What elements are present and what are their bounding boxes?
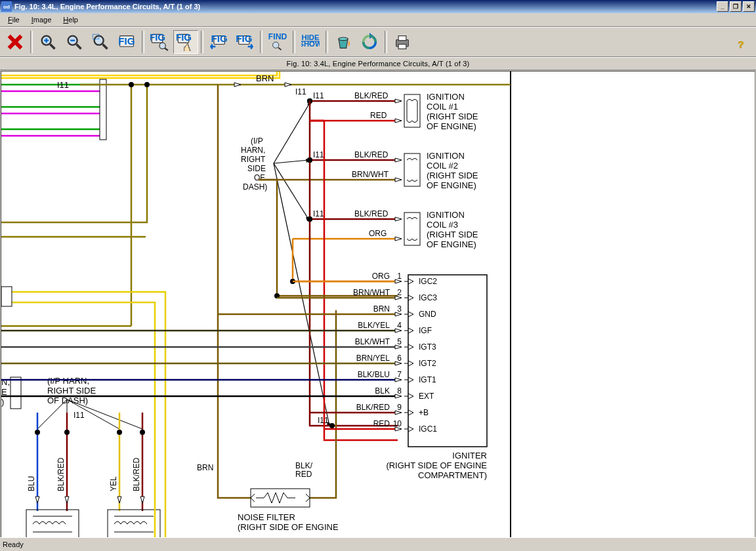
svg-text:BLK/WHT: BLK/WHT (355, 337, 390, 346)
svg-text:FIG: FIG (177, 33, 192, 43)
svg-line-21 (278, 47, 282, 50)
svg-text:FIG: FIG (211, 33, 228, 44)
svg-rect-26 (398, 36, 406, 41)
svg-line-5 (103, 45, 108, 49)
next-fig-button[interactable]: FIG (232, 30, 257, 54)
svg-text:BLK: BLK (375, 386, 390, 396)
svg-text:IGT2: IGT2 (419, 359, 436, 368)
svg-line-3 (77, 45, 81, 49)
svg-point-4 (94, 36, 104, 45)
svg-text:4: 4 (397, 321, 402, 330)
svg-rect-27 (398, 45, 406, 49)
window-title: Fig. 10: 3.4L, Engine Performance Circui… (14, 3, 717, 10)
svg-text:IGC3: IGC3 (419, 293, 437, 302)
svg-text:?: ? (738, 39, 744, 50)
svg-text:6: 6 (397, 354, 402, 363)
svg-line-12 (165, 48, 168, 51)
svg-text:SHOW: SHOW (301, 40, 320, 48)
menu-file[interactable]: File (3, 14, 25, 25)
app-icon: od (1, 1, 12, 12)
svg-text:3: 3 (397, 304, 402, 314)
svg-text:2: 2 (397, 288, 402, 297)
zoom-in-button[interactable] (35, 30, 60, 54)
svg-point-11 (159, 43, 165, 49)
svg-text:RED: RED (373, 419, 390, 428)
menu-help[interactable]: Help (58, 14, 83, 25)
svg-text:BRN/YEL: BRN/YEL (356, 354, 390, 363)
hide-show-button[interactable]: HIDESHOW (298, 30, 323, 54)
svg-text:GND: GND (419, 310, 436, 319)
svg-text:BLK/BLU: BLK/BLU (358, 370, 390, 379)
fig-search-button[interactable]: FIG (147, 30, 172, 54)
zoom-out-button[interactable] (62, 30, 87, 54)
svg-point-24 (339, 37, 348, 41)
status-bar: Ready (0, 537, 756, 551)
svg-text:BRN: BRN (373, 304, 390, 314)
prev-fig-button[interactable]: FIG (206, 30, 231, 54)
title-bar: od Fig. 10: 3.4L, Engine Performance Cir… (0, 0, 756, 13)
svg-text:FIG: FIG (118, 35, 135, 47)
svg-text:IGT1: IGT1 (419, 375, 436, 384)
svg-text:IGF: IGF (419, 326, 432, 335)
menu-image[interactable]: Image (26, 14, 57, 25)
close-x-button[interactable] (3, 30, 28, 54)
find-button[interactable]: FIND (265, 30, 290, 54)
svg-text:FIG: FIG (150, 33, 165, 43)
svg-text:8: 8 (397, 386, 402, 396)
svg-text:FIG: FIG (236, 33, 252, 44)
svg-text:IGC2: IGC2 (419, 277, 437, 286)
svg-text:BLK/YEL: BLK/YEL (358, 321, 390, 330)
diagram-canvas[interactable]: I11 BRN I11 (I/PHARN,RIGHTSIDEOFDASH) I1… (1, 71, 755, 544)
svg-text:EXT: EXT (419, 392, 434, 401)
svg-text:7: 7 (397, 370, 402, 379)
svg-text:5: 5 (397, 337, 402, 346)
fit-fig-button[interactable]: FIG (114, 30, 139, 54)
svg-text:+B: +B (419, 408, 429, 417)
svg-text:IGT3: IGT3 (419, 342, 436, 352)
svg-text:FIND: FIND (268, 33, 287, 41)
menu-bar: File Image Help (0, 13, 756, 27)
svg-text:ORG: ORG (372, 272, 390, 281)
bucket-button[interactable] (331, 30, 356, 54)
maximize-button[interactable]: ❐ (730, 1, 742, 12)
igniter-pins: ORG1IGC2BRN/WHT2IGC3BRN3GNDBLK/YEL4IGFBL… (1, 71, 755, 542)
svg-point-20 (273, 42, 279, 48)
help-button[interactable]: ? (728, 30, 753, 54)
fig-hand-button[interactable]: FIG (173, 30, 198, 54)
svg-text:BLK/RED: BLK/RED (356, 403, 390, 412)
toolbar: FIG FIG FIG FIG FIG FIND HIDESHOW ? (0, 27, 756, 57)
refresh-button[interactable] (357, 30, 382, 54)
svg-text:BRN/WHT: BRN/WHT (353, 288, 390, 297)
svg-text:1: 1 (397, 272, 402, 281)
zoom-region-button[interactable] (88, 30, 113, 54)
svg-text:9: 9 (397, 403, 402, 412)
svg-line-1 (51, 45, 55, 49)
minimize-button[interactable]: _ (717, 1, 728, 12)
svg-text:IGC1: IGC1 (419, 424, 437, 434)
svg-text:10: 10 (393, 419, 402, 428)
caption-bar: Fig. 10: 3.4L, Engine Performance Circui… (0, 57, 756, 70)
print-button[interactable] (390, 30, 415, 54)
close-button[interactable]: ✕ (743, 1, 755, 12)
